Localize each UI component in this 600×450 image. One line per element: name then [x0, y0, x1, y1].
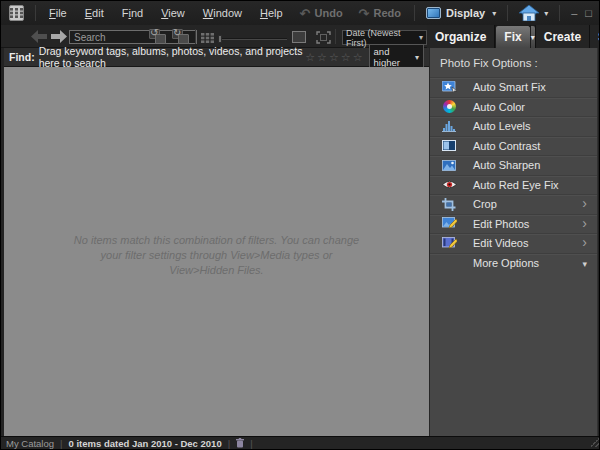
find-bar[interactable]: Find: Drag keyword tags, albums, photos,…	[4, 48, 429, 67]
chevron-down-icon: ▾	[419, 33, 423, 42]
find-label: Find:	[9, 51, 35, 63]
slider-thumb[interactable]	[218, 35, 222, 43]
auto-sharpen-button[interactable]: Auto Sharpen	[430, 155, 597, 175]
tab-create[interactable]: Create	[536, 25, 590, 48]
auto-sharpen-icon	[440, 160, 458, 171]
chevron-down-icon: ▾	[492, 9, 496, 18]
fullscreen-view-button[interactable]	[316, 31, 331, 44]
auto-color-button[interactable]: Auto Color	[430, 97, 597, 117]
more-options-button[interactable]: More Options ▾	[430, 253, 597, 273]
fix-panel: Photo Fix Options : Auto Smart Fix Auto …	[429, 48, 598, 438]
menu-view[interactable]: View	[152, 3, 194, 23]
star-icon[interactable]: ☆	[353, 52, 363, 63]
edit-videos-button[interactable]: Edit Videos ›	[430, 233, 597, 253]
edit-photos-icon	[440, 217, 458, 230]
auto-smart-fix-icon	[440, 81, 458, 93]
window-controls: – □ ×	[565, 8, 600, 18]
redo-button[interactable]: ↷ Redo	[351, 6, 409, 21]
fix-item-label: Auto Levels	[473, 120, 530, 132]
menu-file[interactable]: File	[40, 3, 76, 23]
rotate-left-icon: ↺	[150, 27, 158, 38]
thumbnail-grid-glyph	[10, 8, 23, 18]
catalog-name: My Catalog	[6, 438, 54, 449]
rotate-right-icon: ↻	[173, 27, 181, 38]
home-button[interactable]: ▾	[513, 5, 554, 21]
auto-contrast-icon	[440, 140, 458, 151]
minimize-button[interactable]: –	[571, 8, 577, 18]
chevron-right-icon: ›	[582, 198, 587, 208]
edit-videos-icon	[440, 237, 458, 250]
auto-contrast-button[interactable]: Auto Contrast	[430, 136, 597, 156]
back-arrow-button[interactable]	[31, 30, 47, 43]
chevron-down-icon: ▾	[544, 9, 548, 18]
menu-edit[interactable]: Edit	[76, 3, 113, 23]
rating-filter-stars[interactable]: ☆ ☆ ☆ ☆ ☆	[305, 52, 362, 63]
chevron-down-icon: ▾	[531, 33, 535, 42]
star-icon[interactable]: ☆	[317, 52, 327, 63]
fix-item-label: Auto Sharpen	[473, 159, 540, 171]
statusbar-divider: |	[228, 438, 230, 449]
auto-red-eye-fix-button[interactable]: Auto Red Eye Fix	[430, 175, 597, 195]
redo-label: Redo	[374, 7, 402, 19]
status-bar: My Catalog | 0 items dated Jan 2010 - De…	[1, 436, 600, 449]
rating-filter-value: and higher	[374, 46, 407, 68]
home-icon	[519, 5, 539, 21]
menubar-divider	[35, 5, 36, 21]
maximize-button[interactable]: □	[585, 8, 592, 18]
mode-tabs: Organize Fix ▾ Create Share	[427, 25, 600, 48]
app-icon	[9, 5, 24, 21]
tab-organize[interactable]: Organize	[427, 25, 495, 48]
trash-icon[interactable]	[236, 438, 244, 448]
auto-red-eye-icon	[440, 180, 458, 189]
statusbar-divider: |	[60, 438, 62, 449]
thumbnail-size-slider[interactable]	[219, 38, 287, 40]
menubar-divider	[507, 5, 508, 21]
find-instruction: Drag keyword tags, albums, photos, video…	[39, 45, 306, 69]
menubar-divider	[559, 5, 560, 21]
statusbar-divider: |	[250, 438, 252, 449]
rotate-left-button[interactable]: ↺	[149, 29, 166, 44]
sort-order-dropdown[interactable]: Date (Newest First) ▾	[342, 30, 427, 45]
undo-button[interactable]: ↶ Undo	[292, 6, 351, 21]
tab-fix[interactable]: Fix	[495, 25, 530, 48]
monitor-icon	[426, 7, 441, 19]
menu-help[interactable]: Help	[251, 3, 292, 23]
auto-smart-fix-button[interactable]: Auto Smart Fix	[430, 77, 597, 97]
fix-item-label: Auto Smart Fix	[473, 81, 546, 93]
resize-grip[interactable]	[590, 438, 599, 447]
redo-icon: ↷	[359, 6, 370, 21]
fix-item-label: Auto Red Eye Fix	[473, 179, 559, 191]
fix-item-label: Crop	[473, 198, 497, 210]
small-thumbnails-icon[interactable]	[201, 33, 214, 43]
toolbar-divider	[335, 29, 336, 44]
fix-item-label: Edit Photos	[473, 218, 529, 230]
star-icon[interactable]: ☆	[305, 52, 315, 63]
menubar-divider	[414, 5, 415, 21]
edit-photos-button[interactable]: Edit Photos ›	[430, 214, 597, 234]
menu-window[interactable]: Window	[194, 3, 251, 23]
chevron-right-icon: ›	[582, 237, 587, 247]
toolbar-divider	[195, 29, 196, 44]
menu-find[interactable]: Find	[113, 3, 152, 23]
forward-arrow-button[interactable]	[51, 30, 67, 43]
fix-item-label: Auto Contrast	[473, 140, 540, 152]
fix-item-label: More Options	[473, 257, 539, 269]
rotate-right-button[interactable]: ↻	[172, 29, 189, 44]
display-button[interactable]: Display ▾	[420, 7, 502, 19]
chevron-down-icon: ▾	[415, 53, 419, 62]
menubar-right-group: ↶ Undo ↷ Redo Display ▾ ▾	[292, 1, 600, 25]
undo-icon: ↶	[300, 6, 311, 21]
organizer-window: File Edit Find View Window Help ↶ Undo ↷…	[0, 0, 600, 450]
crop-button[interactable]: Crop ›	[430, 194, 597, 214]
menu-bar: File Edit Find View Window Help ↶ Undo ↷…	[1, 1, 600, 25]
star-icon[interactable]: ☆	[341, 52, 351, 63]
empty-state-message: No items match this combination of filte…	[4, 233, 429, 278]
auto-color-icon	[440, 100, 458, 113]
fix-panel-title: Photo Fix Options :	[430, 48, 597, 77]
tab-share[interactable]: Share	[590, 25, 600, 48]
media-browser: No items match this combination of filte…	[4, 67, 429, 438]
single-photo-view-button[interactable]	[292, 31, 306, 43]
star-icon[interactable]: ☆	[329, 52, 339, 63]
chevron-right-icon: ›	[582, 218, 587, 228]
auto-levels-button[interactable]: Auto Levels	[430, 116, 597, 136]
